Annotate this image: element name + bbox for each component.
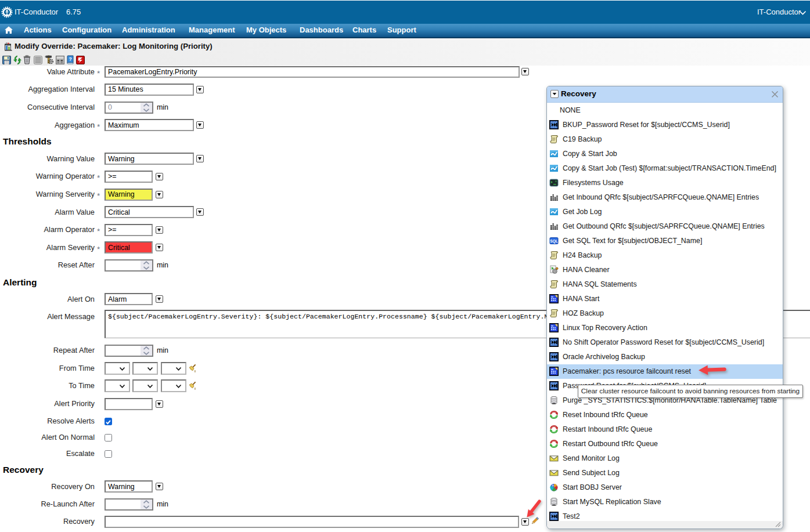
svg-text:?: ? — [69, 56, 71, 62]
